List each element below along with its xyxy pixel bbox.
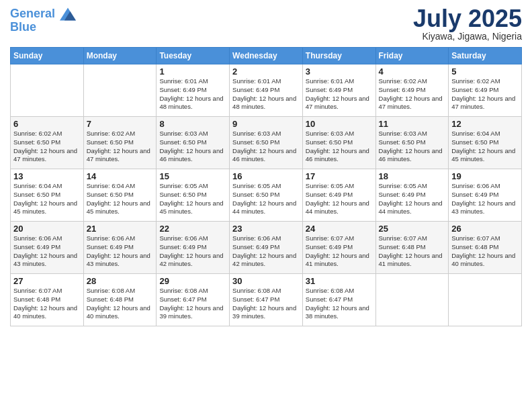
calendar-cell: 1Sunrise: 6:01 AMSunset: 6:49 PMDaylight… bbox=[157, 64, 230, 117]
calendar-cell: 25Sunrise: 6:07 AMSunset: 6:48 PMDayligh… bbox=[375, 222, 449, 274]
title-area: July 2025 Kiyawa, Jigawa, Nigeria bbox=[413, 7, 522, 42]
calendar-weekday-header: Sunday bbox=[11, 48, 84, 64]
day-info: Sunrise: 6:03 AMSunset: 6:50 PMDaylight:… bbox=[306, 130, 373, 164]
calendar-cell: 29Sunrise: 6:08 AMSunset: 6:47 PMDayligh… bbox=[157, 274, 230, 326]
day-number: 17 bbox=[306, 171, 373, 181]
calendar-cell: 5Sunrise: 6:02 AMSunset: 6:49 PMDaylight… bbox=[449, 64, 522, 117]
day-number: 27 bbox=[13, 276, 81, 286]
day-number: 13 bbox=[13, 171, 81, 181]
calendar-cell: 9Sunrise: 6:03 AMSunset: 6:50 PMDaylight… bbox=[230, 117, 303, 169]
calendar-weekday-header: Thursday bbox=[302, 48, 375, 64]
day-info: Sunrise: 6:02 AMSunset: 6:49 PMDaylight:… bbox=[451, 77, 519, 111]
day-info: Sunrise: 6:05 AMSunset: 6:50 PMDaylight:… bbox=[232, 182, 300, 216]
day-number: 31 bbox=[306, 276, 373, 286]
day-info: Sunrise: 6:04 AMSunset: 6:50 PMDaylight:… bbox=[87, 182, 154, 216]
calendar-cell: 4Sunrise: 6:02 AMSunset: 6:49 PMDaylight… bbox=[375, 64, 449, 117]
day-info: Sunrise: 6:02 AMSunset: 6:50 PMDaylight:… bbox=[87, 130, 154, 164]
calendar-weekday-header: Monday bbox=[83, 48, 157, 64]
calendar-cell: 17Sunrise: 6:05 AMSunset: 6:49 PMDayligh… bbox=[302, 169, 375, 222]
calendar-cell: 21Sunrise: 6:06 AMSunset: 6:49 PMDayligh… bbox=[83, 222, 157, 274]
day-number: 1 bbox=[159, 66, 226, 77]
day-info: Sunrise: 6:05 AMSunset: 6:50 PMDaylight:… bbox=[159, 182, 226, 216]
calendar-header-row: SundayMondayTuesdayWednesdayThursdayFrid… bbox=[11, 48, 522, 64]
calendar-weekday-header: Wednesday bbox=[230, 48, 303, 64]
calendar-cell: 19Sunrise: 6:06 AMSunset: 6:49 PMDayligh… bbox=[449, 169, 522, 222]
calendar-week-row: 1Sunrise: 6:01 AMSunset: 6:49 PMDaylight… bbox=[11, 64, 522, 117]
day-info: Sunrise: 6:06 AMSunset: 6:49 PMDaylight:… bbox=[87, 234, 154, 269]
day-number: 22 bbox=[159, 224, 226, 234]
calendar-week-row: 6Sunrise: 6:02 AMSunset: 6:50 PMDaylight… bbox=[11, 117, 522, 169]
calendar-cell: 26Sunrise: 6:07 AMSunset: 6:48 PMDayligh… bbox=[449, 222, 522, 274]
day-number: 2 bbox=[232, 66, 300, 77]
day-info: Sunrise: 6:08 AMSunset: 6:47 PMDaylight:… bbox=[159, 287, 226, 321]
day-number: 5 bbox=[451, 66, 519, 77]
day-number: 7 bbox=[87, 119, 154, 129]
calendar-cell bbox=[83, 64, 157, 117]
logo-line2: Blue bbox=[10, 20, 76, 34]
calendar-cell: 18Sunrise: 6:05 AMSunset: 6:49 PMDayligh… bbox=[375, 169, 449, 222]
day-info: Sunrise: 6:01 AMSunset: 6:49 PMDaylight:… bbox=[159, 77, 226, 111]
calendar-cell: 11Sunrise: 6:03 AMSunset: 6:50 PMDayligh… bbox=[375, 117, 449, 169]
calendar-cell: 28Sunrise: 6:08 AMSunset: 6:48 PMDayligh… bbox=[83, 274, 157, 326]
day-number: 25 bbox=[379, 224, 446, 234]
calendar-cell: 24Sunrise: 6:07 AMSunset: 6:49 PMDayligh… bbox=[302, 222, 375, 274]
day-info: Sunrise: 6:04 AMSunset: 6:50 PMDaylight:… bbox=[13, 182, 81, 216]
day-info: Sunrise: 6:02 AMSunset: 6:50 PMDaylight:… bbox=[13, 130, 81, 164]
calendar-cell: 23Sunrise: 6:06 AMSunset: 6:49 PMDayligh… bbox=[230, 222, 303, 274]
day-number: 18 bbox=[379, 171, 446, 181]
calendar-cell: 14Sunrise: 6:04 AMSunset: 6:50 PMDayligh… bbox=[83, 169, 157, 222]
day-info: Sunrise: 6:01 AMSunset: 6:49 PMDaylight:… bbox=[306, 77, 373, 111]
day-number: 6 bbox=[13, 119, 81, 129]
day-info: Sunrise: 6:04 AMSunset: 6:50 PMDaylight:… bbox=[451, 130, 519, 164]
calendar-cell: 10Sunrise: 6:03 AMSunset: 6:50 PMDayligh… bbox=[302, 117, 375, 169]
day-info: Sunrise: 6:08 AMSunset: 6:47 PMDaylight:… bbox=[232, 287, 300, 321]
calendar-week-row: 20Sunrise: 6:06 AMSunset: 6:49 PMDayligh… bbox=[11, 222, 522, 274]
day-number: 10 bbox=[306, 119, 373, 129]
day-number: 20 bbox=[13, 224, 81, 234]
calendar-cell: 3Sunrise: 6:01 AMSunset: 6:49 PMDaylight… bbox=[302, 64, 375, 117]
day-info: Sunrise: 6:06 AMSunset: 6:49 PMDaylight:… bbox=[232, 234, 300, 269]
day-number: 23 bbox=[232, 224, 300, 234]
calendar-week-row: 27Sunrise: 6:07 AMSunset: 6:48 PMDayligh… bbox=[11, 274, 522, 326]
logo-text: General bbox=[10, 7, 76, 21]
calendar-week-row: 13Sunrise: 6:04 AMSunset: 6:50 PMDayligh… bbox=[11, 169, 522, 222]
calendar-cell: 13Sunrise: 6:04 AMSunset: 6:50 PMDayligh… bbox=[11, 169, 84, 222]
calendar-cell: 6Sunrise: 6:02 AMSunset: 6:50 PMDaylight… bbox=[11, 117, 84, 169]
day-info: Sunrise: 6:01 AMSunset: 6:49 PMDaylight:… bbox=[232, 77, 300, 111]
day-number: 21 bbox=[87, 224, 154, 234]
calendar-page: General Blue July 2025 Kiyawa, Jigawa, N… bbox=[0, 0, 532, 411]
calendar-weekday-header: Saturday bbox=[449, 48, 522, 64]
day-info: Sunrise: 6:08 AMSunset: 6:48 PMDaylight:… bbox=[87, 287, 154, 321]
day-info: Sunrise: 6:07 AMSunset: 6:48 PMDaylight:… bbox=[451, 234, 519, 269]
day-info: Sunrise: 6:06 AMSunset: 6:49 PMDaylight:… bbox=[13, 234, 81, 269]
day-number: 3 bbox=[306, 66, 373, 77]
day-info: Sunrise: 6:03 AMSunset: 6:50 PMDaylight:… bbox=[379, 130, 446, 164]
calendar-cell: 30Sunrise: 6:08 AMSunset: 6:47 PMDayligh… bbox=[230, 274, 303, 326]
day-number: 12 bbox=[451, 119, 519, 129]
calendar-cell: 22Sunrise: 6:06 AMSunset: 6:49 PMDayligh… bbox=[157, 222, 230, 274]
day-info: Sunrise: 6:02 AMSunset: 6:49 PMDaylight:… bbox=[379, 77, 446, 111]
day-info: Sunrise: 6:03 AMSunset: 6:50 PMDaylight:… bbox=[159, 130, 226, 164]
day-number: 14 bbox=[87, 171, 154, 181]
day-number: 30 bbox=[232, 276, 300, 286]
calendar-weekday-header: Friday bbox=[375, 48, 449, 64]
day-info: Sunrise: 6:06 AMSunset: 6:49 PMDaylight:… bbox=[451, 182, 519, 216]
calendar-cell: 27Sunrise: 6:07 AMSunset: 6:48 PMDayligh… bbox=[11, 274, 84, 326]
day-info: Sunrise: 6:07 AMSunset: 6:48 PMDaylight:… bbox=[13, 287, 81, 321]
calendar-cell: 2Sunrise: 6:01 AMSunset: 6:49 PMDaylight… bbox=[230, 64, 303, 117]
day-number: 28 bbox=[87, 276, 154, 286]
logo-icon bbox=[60, 7, 76, 21]
day-number: 16 bbox=[232, 171, 300, 181]
month-title: July 2025 bbox=[413, 7, 522, 31]
calendar-cell: 31Sunrise: 6:08 AMSunset: 6:47 PMDayligh… bbox=[302, 274, 375, 326]
day-info: Sunrise: 6:07 AMSunset: 6:48 PMDaylight:… bbox=[379, 234, 446, 269]
day-number: 29 bbox=[159, 276, 226, 286]
calendar-cell bbox=[11, 64, 84, 117]
day-number: 9 bbox=[232, 119, 300, 129]
day-info: Sunrise: 6:05 AMSunset: 6:49 PMDaylight:… bbox=[379, 182, 446, 216]
page-header: General Blue July 2025 Kiyawa, Jigawa, N… bbox=[10, 7, 522, 42]
day-info: Sunrise: 6:08 AMSunset: 6:47 PMDaylight:… bbox=[306, 287, 373, 321]
calendar-table: SundayMondayTuesdayWednesdayThursdayFrid… bbox=[10, 47, 522, 326]
calendar-cell: 16Sunrise: 6:05 AMSunset: 6:50 PMDayligh… bbox=[230, 169, 303, 222]
logo: General Blue bbox=[10, 7, 76, 34]
